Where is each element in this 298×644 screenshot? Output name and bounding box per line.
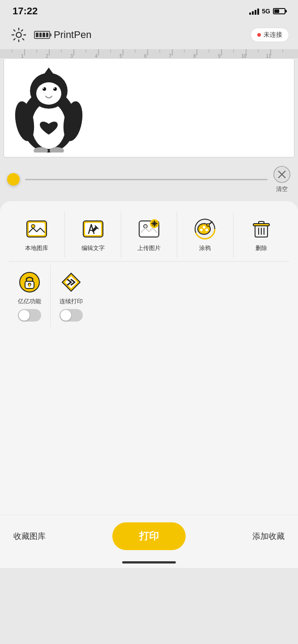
memory-label: 亿亿功能 <box>18 297 41 305</box>
clear-label: 清空 <box>276 185 288 193</box>
continuous-print-icon <box>60 271 83 294</box>
slider-knob[interactable] <box>7 173 20 186</box>
svg-text:5: 5 <box>119 54 122 58</box>
svg-point-63 <box>144 225 147 228</box>
svg-point-46 <box>54 88 55 89</box>
network-label: 5G <box>262 8 270 15</box>
connection-button[interactable]: 未连接 <box>251 28 289 42</box>
svg-text:8: 8 <box>193 54 196 58</box>
battery-icon <box>273 8 285 14</box>
memory-icon <box>18 271 41 294</box>
tool-row-2: 亿亿功能 连续打印 <box>9 261 289 327</box>
svg-point-45 <box>43 88 44 89</box>
slider-row: 清空 <box>0 157 298 201</box>
svg-point-70 <box>205 229 208 231</box>
bottom-action-bar: 收藏图库 打印 添加收藏 <box>0 515 298 568</box>
paint-label: 涂鸦 <box>199 244 211 252</box>
penguin-image <box>9 63 89 153</box>
svg-text:2: 2 <box>46 54 48 58</box>
paint-button[interactable]: 涂鸦 <box>177 212 233 258</box>
slider-track[interactable] <box>25 179 268 180</box>
memory-toggle[interactable] <box>18 309 41 322</box>
connection-label: 未连接 <box>264 31 282 39</box>
edit-text-label: 编辑文字 <box>81 244 105 252</box>
print-button[interactable]: 打印 <box>112 522 186 550</box>
status-time: 17:22 <box>13 5 38 17</box>
svg-text:11: 11 <box>266 54 271 58</box>
home-indicator <box>122 561 176 564</box>
signal-icon <box>249 8 259 15</box>
svg-marker-40 <box>44 68 53 74</box>
svg-point-69 <box>200 229 203 231</box>
upload-image-button[interactable]: 上传图片 <box>121 212 177 258</box>
delete-label: 删除 <box>255 244 267 252</box>
status-bar: 17:22 5G <box>0 0 298 21</box>
delete-icon <box>250 217 273 241</box>
paint-icon <box>193 217 217 241</box>
status-icons: 5G <box>249 8 285 15</box>
svg-text:6: 6 <box>144 54 147 58</box>
upload-image-icon <box>137 217 161 241</box>
svg-text:3: 3 <box>70 54 73 58</box>
svg-rect-1 <box>0 49 298 58</box>
memory-button[interactable]: 亿亿功能 <box>9 265 51 327</box>
upload-image-label: 上传图片 <box>137 244 161 252</box>
continuous-print-button[interactable]: 连续打印 <box>51 265 92 327</box>
top-bar: PrintPen 未连接 <box>0 21 298 49</box>
printer-info: PrintPen <box>34 29 245 41</box>
local-gallery-icon <box>25 217 48 241</box>
continuous-toggle-knob <box>60 310 71 321</box>
tool-row-1: 本地图库 编辑文字 <box>9 212 289 258</box>
svg-point-68 <box>203 226 205 229</box>
bottom-panel: 本地图库 编辑文字 <box>0 201 298 568</box>
svg-rect-81 <box>29 285 30 287</box>
edit-text-button[interactable]: 编辑文字 <box>65 212 121 258</box>
ruler: 1 2 3 4 5 6 7 8 9 10 11 <box>0 49 298 58</box>
local-gallery-label: 本地图库 <box>25 244 48 252</box>
svg-text:9: 9 <box>218 54 221 58</box>
settings-button[interactable] <box>9 25 29 45</box>
connection-dot <box>257 33 261 37</box>
svg-text:4: 4 <box>95 54 98 58</box>
svg-rect-55 <box>29 223 45 235</box>
favorites-gallery-button[interactable]: 收藏图库 <box>13 531 46 542</box>
continuous-print-label: 连续打印 <box>60 297 83 305</box>
svg-rect-77 <box>253 224 269 226</box>
canvas-area[interactable] <box>4 58 294 157</box>
continuous-toggle[interactable] <box>60 309 83 322</box>
svg-point-72 <box>207 224 209 226</box>
add-favorites-button[interactable]: 添加收藏 <box>252 531 285 542</box>
printer-name: PrintPen <box>54 29 91 41</box>
svg-point-56 <box>31 225 35 228</box>
delete-button[interactable]: 删除 <box>234 212 289 258</box>
memory-toggle-knob <box>19 310 30 321</box>
edit-text-icon <box>81 217 105 241</box>
svg-text:10: 10 <box>241 54 247 58</box>
clear-button[interactable]: 清空 <box>273 165 291 193</box>
printer-battery <box>34 31 50 39</box>
svg-point-39 <box>36 82 61 105</box>
svg-point-0 <box>16 32 21 37</box>
local-gallery-button[interactable]: 本地图库 <box>9 212 65 258</box>
svg-text:7: 7 <box>169 54 171 58</box>
svg-text:1: 1 <box>21 54 24 58</box>
